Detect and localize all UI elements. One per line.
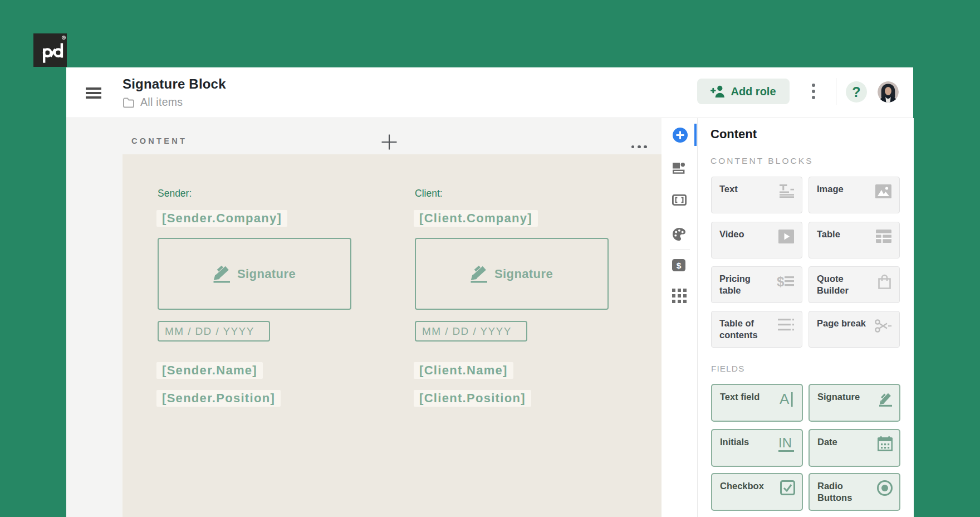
svg-text:$: $ [677, 261, 682, 270]
svg-text:IN: IN [778, 436, 792, 450]
svg-text:A: A [780, 391, 790, 407]
svg-text:$: $ [777, 274, 785, 289]
